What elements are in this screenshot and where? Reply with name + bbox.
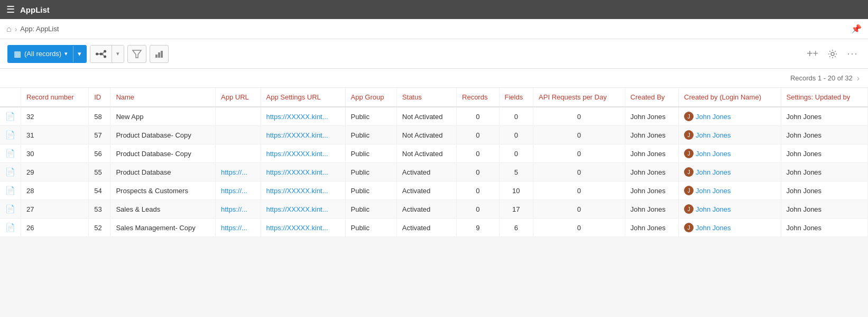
login-name-link[interactable]: John Jones	[696, 113, 731, 121]
row-icon-cell: 📄	[0, 219, 21, 237]
cell-name: New App	[110, 107, 216, 126]
cell-app-url[interactable]: https://...	[216, 200, 261, 219]
cell-api-requests: 0	[533, 163, 625, 182]
table-row[interactable]: 📄2955Product Databasehttps://...https://…	[0, 163, 868, 182]
cell-created-by-login[interactable]: JJohn Jones	[679, 219, 781, 237]
settings-button[interactable]	[825, 46, 841, 62]
app-url-link[interactable]: https://...	[221, 205, 247, 213]
grid-view-icon: ▦	[14, 49, 21, 59]
app-settings-url-link[interactable]: https://XXXXX.kint...	[266, 224, 328, 232]
records-bar: Records 1 - 20 of 32 ›	[0, 69, 868, 88]
col-name[interactable]: Name	[110, 88, 216, 107]
cell-settings-updated-by: John Jones	[781, 219, 867, 237]
cell-app-group: Public	[345, 107, 396, 126]
menu-icon[interactable]: ☰	[6, 4, 15, 15]
login-name-link[interactable]: John Jones	[696, 131, 731, 139]
cell-app-settings-url[interactable]: https://XXXXX.kint...	[261, 182, 345, 200]
col-fields[interactable]: Fields	[499, 88, 533, 107]
cell-app-settings-url[interactable]: https://XXXXX.kint...	[261, 144, 345, 163]
view-selector-inner[interactable]: ▦ (All records) ▾	[8, 46, 73, 62]
cell-app-url[interactable]	[216, 144, 261, 163]
row-document-icon: 📄	[5, 186, 15, 195]
cell-created-by-login[interactable]: JJohn Jones	[679, 200, 781, 219]
login-name-link[interactable]: John Jones	[696, 205, 731, 213]
cell-app-url[interactable]: https://...	[216, 219, 261, 237]
table-row[interactable]: 📄3056Product Database- Copyhttps://XXXXX…	[0, 144, 868, 163]
cell-name: Sales Management- Copy	[110, 219, 216, 237]
home-icon[interactable]: ⌂	[6, 24, 12, 34]
network-dropdown-arrow[interactable]: ▾	[112, 46, 124, 62]
col-icon	[0, 88, 21, 107]
cell-app-url[interactable]: https://...	[216, 163, 261, 182]
col-status[interactable]: Status	[396, 88, 456, 107]
cell-api-requests: 0	[533, 200, 625, 219]
cell-app-url[interactable]	[216, 126, 261, 144]
col-api-requests[interactable]: API Requests per Day	[533, 88, 625, 107]
login-name-link[interactable]: John Jones	[696, 150, 731, 158]
cell-app-settings-url[interactable]: https://XXXXX.kint...	[261, 163, 345, 182]
app-settings-url-link[interactable]: https://XXXXX.kint...	[266, 187, 328, 195]
view-selector[interactable]: ▦ (All records) ▾ ▾	[7, 45, 87, 63]
avatar: J	[684, 204, 694, 214]
cell-record-number: 26	[21, 219, 89, 237]
svg-line-5	[103, 52, 104, 54]
table-row[interactable]: 📄3258New Apphttps://XXXXX.kint...PublicN…	[0, 107, 868, 126]
app-url-link[interactable]: https://...	[221, 168, 247, 176]
pin-icon[interactable]: 📌	[851, 24, 862, 34]
cell-created-by: John Jones	[625, 219, 678, 237]
cell-record-number: 31	[21, 126, 89, 144]
app-settings-url-link[interactable]: https://XXXXX.kint...	[266, 131, 328, 139]
col-created-by-login[interactable]: Created by (Login Name)	[679, 88, 781, 107]
svg-point-11	[831, 52, 834, 56]
svg-rect-10	[161, 51, 163, 58]
login-name-link[interactable]: John Jones	[696, 168, 731, 176]
app-url-link[interactable]: https://...	[221, 187, 247, 195]
app-settings-url-link[interactable]: https://XXXXX.kint...	[266, 150, 328, 158]
col-record-number[interactable]: Record number	[21, 88, 89, 107]
cell-id: 54	[89, 182, 110, 200]
cell-app-url[interactable]	[216, 107, 261, 126]
col-app-url[interactable]: App URL	[216, 88, 261, 107]
cell-created-by-login[interactable]: JJohn Jones	[679, 107, 781, 126]
cell-id: 58	[89, 107, 110, 126]
cell-app-settings-url[interactable]: https://XXXXX.kint...	[261, 107, 345, 126]
col-records[interactable]: Records	[457, 88, 499, 107]
cell-fields: 0	[499, 144, 533, 163]
app-settings-url-link[interactable]: https://XXXXX.kint...	[266, 168, 328, 176]
cell-app-settings-url[interactable]: https://XXXXX.kint...	[261, 126, 345, 144]
cell-status: Not Activated	[396, 144, 456, 163]
col-app-settings-url[interactable]: App Settings URL	[261, 88, 345, 107]
row-document-icon: 📄	[5, 204, 15, 213]
cell-created-by-login[interactable]: JJohn Jones	[679, 126, 781, 144]
cell-created-by-login[interactable]: JJohn Jones	[679, 182, 781, 200]
filter-button[interactable]	[127, 45, 146, 63]
svg-line-6	[103, 54, 104, 56]
app-settings-url-link[interactable]: https://XXXXX.kint...	[266, 113, 328, 121]
network-button[interactable]: ▾	[90, 45, 124, 63]
view-more-dropdown[interactable]: ▾	[73, 46, 86, 62]
app-url-link[interactable]: https://...	[221, 224, 247, 232]
login-name-link[interactable]: John Jones	[696, 224, 731, 232]
login-name-link[interactable]: John Jones	[696, 187, 731, 195]
table-row[interactable]: 📄2854Prospects & Customershttps://...htt…	[0, 182, 868, 200]
table-row[interactable]: 📄2753Sales & Leadshttps://...https://XXX…	[0, 200, 868, 219]
cell-created-by-login[interactable]: JJohn Jones	[679, 144, 781, 163]
next-page-arrow[interactable]: ›	[857, 74, 860, 83]
more-button[interactable]: ···	[845, 46, 861, 62]
cell-status: Activated	[396, 219, 456, 237]
col-settings-updated-by[interactable]: Settings: Updated by	[781, 88, 867, 107]
cell-app-settings-url[interactable]: https://XXXXX.kint...	[261, 219, 345, 237]
col-id[interactable]: ID	[89, 88, 110, 107]
cell-app-settings-url[interactable]: https://XXXXX.kint...	[261, 200, 345, 219]
col-created-by[interactable]: Created By	[625, 88, 678, 107]
cell-created-by-login[interactable]: JJohn Jones	[679, 163, 781, 182]
cell-app-group: Public	[345, 126, 396, 144]
col-app-group[interactable]: App Group	[345, 88, 396, 107]
app-settings-url-link[interactable]: https://XXXXX.kint...	[266, 205, 328, 213]
chart-button[interactable]	[150, 45, 169, 63]
cell-app-group: Public	[345, 219, 396, 237]
table-row[interactable]: 📄2652Sales Management- Copyhttps://...ht…	[0, 219, 868, 237]
add-button[interactable]: + +	[805, 46, 820, 62]
cell-app-url[interactable]: https://...	[216, 182, 261, 200]
table-row[interactable]: 📄3157Product Database- Copyhttps://XXXXX…	[0, 126, 868, 144]
